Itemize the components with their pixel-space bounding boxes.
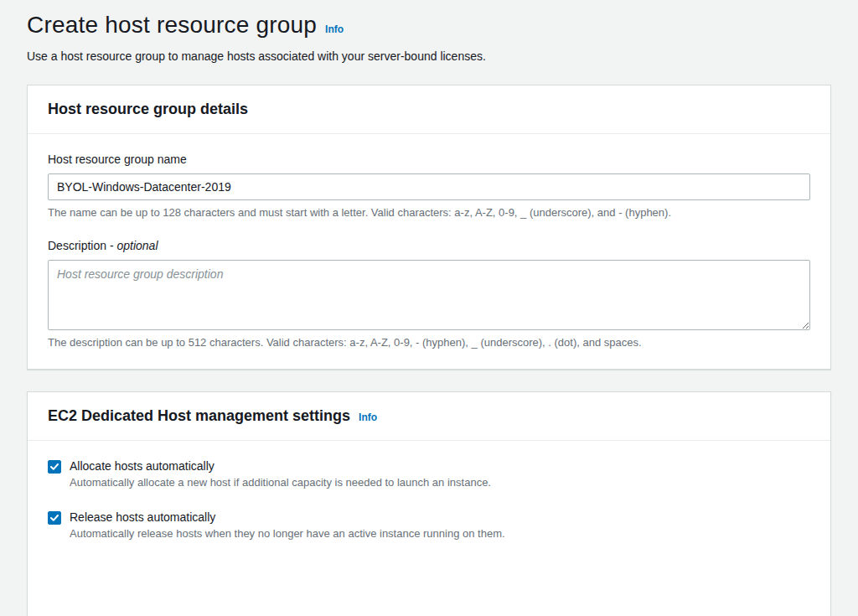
release-hosts-option: Release hosts automatically Automaticall… — [48, 510, 810, 540]
management-card-header: EC2 Dedicated Host management settings I… — [28, 392, 830, 441]
release-hosts-label[interactable]: Release hosts automatically — [70, 510, 215, 524]
allocate-hosts-option-main: Allocate hosts automatically — [48, 459, 810, 474]
management-card: EC2 Dedicated Host management settings I… — [27, 391, 831, 616]
name-field: Host resource group name The name can be… — [48, 153, 810, 219]
name-field-label: Host resource group name — [48, 153, 810, 166]
page-subtitle: Use a host resource group to manage host… — [27, 49, 831, 63]
release-hosts-option-main: Release hosts automatically — [48, 510, 810, 525]
details-card-body: Host resource group name The name can be… — [28, 134, 830, 369]
release-hosts-help: Automatically release hosts when they no… — [70, 527, 810, 540]
description-label-optional: optional — [116, 239, 158, 252]
release-hosts-checkbox[interactable] — [48, 511, 61, 525]
description-label-text: Description - — [48, 239, 116, 252]
management-card-info-link[interactable]: Info — [359, 412, 377, 423]
description-field-help: The description can be up to 512 charact… — [48, 336, 810, 349]
check-icon — [50, 463, 59, 470]
page-title: Create host resource group — [27, 12, 317, 39]
check-icon — [50, 515, 59, 521]
management-card-body: Allocate hosts automatically Automatical… — [28, 441, 830, 560]
description-field: Description - optional The description c… — [48, 239, 810, 349]
description-textarea[interactable] — [48, 260, 810, 330]
allocate-hosts-checkbox[interactable] — [48, 460, 61, 474]
name-field-help: The name can be up to 128 characters and… — [48, 206, 810, 219]
create-host-resource-group-page: Create host resource group Info Use a ho… — [0, 0, 858, 616]
details-card-title: Host resource group details — [48, 101, 248, 118]
details-card-header: Host resource group details — [28, 85, 830, 134]
allocate-hosts-option: Allocate hosts automatically Automatical… — [48, 459, 810, 489]
page-info-link[interactable]: Info — [325, 23, 344, 35]
allocate-hosts-help: Automatically allocate a new host if add… — [70, 476, 810, 489]
name-input[interactable] — [48, 173, 810, 200]
allocate-hosts-label[interactable]: Allocate hosts automatically — [70, 459, 214, 473]
page-header: Create host resource group Info — [27, 12, 831, 39]
details-card: Host resource group details Host resourc… — [27, 85, 831, 370]
management-card-title: EC2 Dedicated Host management settings — [48, 407, 350, 425]
description-field-label: Description - optional — [48, 239, 810, 252]
